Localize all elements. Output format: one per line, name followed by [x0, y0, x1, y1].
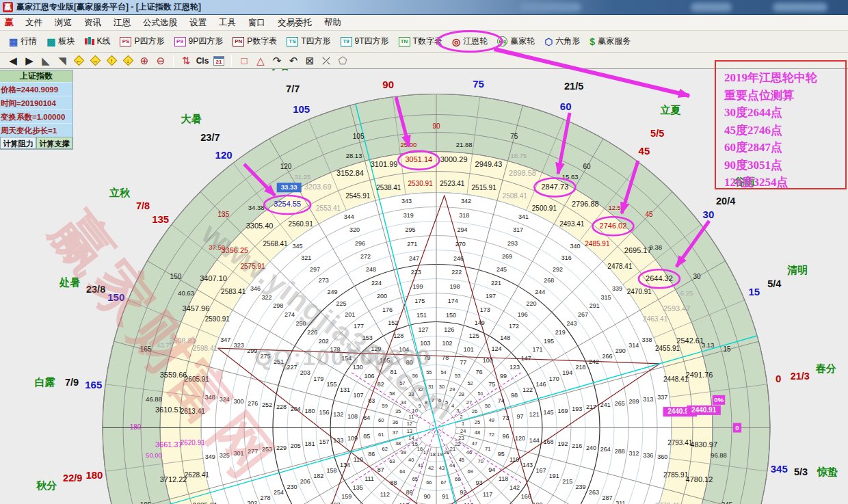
spiral-number: 133	[333, 437, 343, 444]
spiral-number: 16	[417, 446, 423, 452]
draw-tool-box-x[interactable]: ⊠	[302, 54, 317, 68]
menu-item-江恩[interactable]: 江恩	[107, 15, 137, 31]
spiral-number: 178	[330, 346, 341, 353]
toolbar-item-winner-wheel[interactable]: Big赢家轮	[492, 34, 540, 49]
spiral-number: 195	[544, 338, 554, 345]
t-table-icon: TN	[399, 37, 410, 47]
draw-tool-rotate-cw[interactable]: ↷	[269, 54, 284, 68]
spiral-number: 223	[411, 269, 421, 276]
spiral-number: 313	[643, 396, 653, 403]
menu-item-浏览[interactable]: 浏览	[49, 15, 78, 31]
panel-button-resistance[interactable]: 计算阻力	[0, 137, 36, 149]
draw-tool-nav-left[interactable]: ◀	[5, 54, 21, 68]
wheel-ring	[273, 265, 600, 504]
spiral-number: 245	[496, 266, 507, 273]
menu-item-公式选股[interactable]: 公式选股	[137, 15, 183, 31]
draw-tool-pan-left[interactable]: ←	[71, 54, 86, 68]
spiral-number: 153	[362, 334, 373, 341]
toolbar-item-9p-square[interactable]: P99P四方形	[170, 34, 228, 49]
spiral-number: 274	[284, 311, 295, 318]
percent-label: 37.50	[209, 243, 225, 251]
spiral-number: 97	[516, 413, 523, 420]
draw-tool-rotate-back[interactable]: ◣	[38, 54, 53, 68]
spiral-number: 174	[448, 297, 458, 304]
draw-tool-zoom-in[interactable]: ⊕	[137, 54, 152, 68]
cyan-trend-line	[356, 104, 517, 504]
draw-tool-calendar[interactable]: 21	[211, 54, 226, 68]
wheel-spoke	[442, 447, 523, 504]
menu-item-资讯[interactable]: 资讯	[78, 15, 107, 31]
price-main-label: 3000.29	[440, 155, 468, 163]
spiral-number: 152	[388, 319, 398, 326]
draw-tool-cross-arrows[interactable]: ⤫	[319, 54, 334, 68]
spiral-number: 154	[341, 355, 352, 362]
draw-tool-pan-down[interactable]: ↓	[120, 54, 135, 68]
draw-tool-pan-right[interactable]: →	[88, 54, 103, 68]
draw-tool-triangle-tool[interactable]: △	[253, 54, 268, 68]
draw-tool-pan-up[interactable]: ↑	[104, 54, 119, 68]
spiral-number: 322	[262, 294, 272, 301]
rim-degree-label: 135	[152, 213, 169, 225]
menu-item-交易委托[interactable]: 交易委托	[271, 15, 318, 31]
spiral-number: 40	[408, 457, 414, 463]
toolbar-item-p-table[interactable]: PNP数字表	[228, 34, 282, 49]
spiral-number: 183	[330, 501, 341, 504]
rim-solarterm-label: 秋分	[36, 479, 57, 491]
spiral-number: 229	[276, 445, 287, 451]
draw-tool-zoom-out[interactable]: ⊖	[153, 54, 168, 68]
spiral-number: 37	[393, 429, 398, 436]
spiral-number: 60	[378, 417, 384, 423]
price-main-label: 2491.76	[686, 371, 713, 379]
toolbar-item-t-square[interactable]: TST四方形	[282, 34, 335, 49]
spiral-number: 190	[532, 501, 542, 504]
spiral-number: 17	[423, 449, 429, 455]
toolbar-item-p-square[interactable]: PSP四方形	[115, 34, 169, 49]
spiral-number: 78	[442, 354, 449, 361]
spiral-number: 131	[340, 386, 350, 393]
menu-item-设置[interactable]: 设置	[183, 15, 213, 31]
rim-date-label: 23/7	[200, 132, 220, 143]
toolbar-item-sectors[interactable]: ▩板块	[42, 34, 79, 49]
draw-tool-nav-right[interactable]: ▶	[22, 54, 37, 68]
draw-tool-pentagon-select[interactable]: ⬠	[335, 54, 350, 68]
toolbar-label-kline: K线	[96, 36, 110, 47]
menu-item-窗口[interactable]: 窗口	[242, 15, 271, 31]
rim-solarterm-label: 白露	[35, 376, 55, 388]
key-value-ellipse	[264, 196, 310, 214]
spiral-number: 196	[518, 311, 528, 318]
price-fine-label: 2628.41	[185, 471, 210, 479]
spiral-number: 72	[489, 432, 494, 438]
9p-square-icon: P9	[174, 37, 186, 47]
spiral-number: 7	[432, 397, 434, 403]
spiral-number: 297	[310, 266, 320, 273]
menu-item-文件[interactable]: 文件	[19, 15, 49, 31]
key-value-ellipse	[592, 217, 633, 235]
toolbar-item-quotes[interactable]: ▦行情	[4, 34, 42, 49]
toolbar-item-winner-service[interactable]: $赢家服务	[585, 34, 635, 49]
menu-item-工具[interactable]: 工具	[213, 15, 242, 31]
toolbar-label-p-square: P四方形	[134, 36, 164, 47]
cyan-trend-line	[116, 336, 757, 504]
wheel-spoke	[527, 120, 564, 211]
price-fine-label: 2538.41	[376, 184, 401, 191]
draw-tool-cls[interactable]: Cls	[195, 54, 210, 68]
spiral-number: 124	[491, 345, 501, 352]
spiral-number: 104	[399, 346, 409, 353]
panel-button-support[interactable]: 计算支撑	[36, 137, 72, 149]
toolbar-item-9t-square[interactable]: T99T四方形	[336, 34, 394, 49]
draw-tool-axis-flip[interactable]: ⇅	[178, 54, 194, 68]
toolbar-item-gann-wheel[interactable]: ◎江恩轮	[447, 34, 492, 49]
toolbar-item-t-table[interactable]: TNT数字表	[394, 34, 447, 49]
spiral-number: 9	[419, 403, 421, 409]
draw-tool-rect-tool[interactable]: □	[237, 54, 252, 68]
spiral-number: 3	[456, 408, 459, 414]
price-main-label: 4830.97	[690, 440, 717, 449]
toolbar-item-kline[interactable]: K线	[79, 34, 115, 49]
annotation-line: 120度3254点	[724, 174, 845, 191]
toolbar-item-hexagon[interactable]: ⬡六角形	[540, 34, 585, 49]
menu-item-帮助[interactable]: 帮助	[318, 15, 347, 31]
draw-tool-rotate-fwd[interactable]: ◥	[55, 54, 70, 68]
wheel-ring	[416, 408, 456, 448]
draw-tool-rotate-ccw[interactable]: ↶	[286, 54, 301, 68]
spiral-number: 201	[345, 311, 355, 318]
